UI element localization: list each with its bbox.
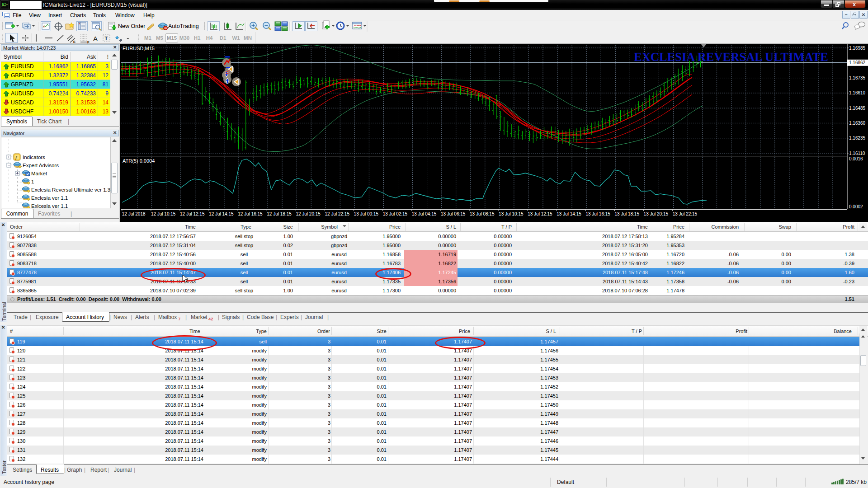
svg-text:Market: Market (31, 171, 47, 176)
svg-text:1.16610: 1.16610 (849, 90, 866, 95)
svg-text:1.16360: 1.16360 (849, 121, 866, 126)
svg-text:F: F (87, 40, 90, 44)
svg-text:0.0016: 0.0016 (849, 156, 863, 161)
svg-text:Expert Advisors: Expert Advisors (23, 163, 59, 168)
svg-text:13 Jul 20:15: 13 Jul 20:15 (644, 211, 669, 216)
svg-text:12 Jul 20:15: 12 Jul 20:15 (296, 211, 321, 216)
svg-text:Exclesia Reversal Ultimate ver: Exclesia Reversal Ultimate ver 1.3 (31, 187, 110, 192)
svg-text:12 Jul 18:15: 12 Jul 18:15 (267, 211, 292, 216)
svg-text:1.16485: 1.16485 (849, 106, 866, 111)
svg-text:12 Jul 16:15: 12 Jul 16:15 (238, 211, 263, 216)
svg-text:13 Jul 12:15: 13 Jul 12:15 (528, 211, 552, 216)
svg-text:1.16862: 1.16862 (849, 60, 866, 65)
svg-text:1.16110: 1.16110 (849, 151, 865, 156)
svg-text:Exclesia ver 1.1: Exclesia ver 1.1 (31, 195, 68, 201)
svg-text:AutoTrading: AutoTrading (168, 23, 199, 29)
svg-text:ATR(5) 0.0004: ATR(5) 0.0004 (123, 158, 155, 164)
svg-text:New Order: New Order (118, 23, 145, 29)
svg-text:EXCLESIA REVERSAL ULTIMATE: EXCLESIA REVERSAL ULTIMATE (634, 50, 828, 64)
svg-text:13 Jul 14:15: 13 Jul 14:15 (557, 211, 581, 216)
svg-text:13 Jul 16:15: 13 Jul 16:15 (585, 211, 610, 216)
svg-text:13 Jul 10:15: 13 Jul 10:15 (499, 211, 524, 216)
svg-text:13 Jul 06:15: 13 Jul 06:15 (441, 211, 466, 216)
svg-text:EURUSD,M15: EURUSD,M15 (123, 46, 155, 51)
svg-text:1: 1 (31, 179, 34, 184)
svg-text:1.16985: 1.16985 (849, 46, 866, 51)
svg-text:12 Jul 2018: 12 Jul 2018 (122, 211, 146, 216)
svg-text:T: T (105, 36, 108, 41)
svg-text:13 Jul 08:15: 13 Jul 08:15 (470, 211, 495, 216)
svg-text:1.16735: 1.16735 (849, 75, 866, 80)
svg-text:12 Jul 10:15: 12 Jul 10:15 (151, 211, 176, 216)
svg-text:1.16235: 1.16235 (849, 136, 866, 141)
svg-text:13 Jul 22:15: 13 Jul 22:15 (673, 211, 698, 216)
svg-text:13 Jul 00:15: 13 Jul 00:15 (354, 211, 379, 216)
svg-text:Indicators: Indicators (23, 155, 45, 160)
svg-text:12 Jul 22:15: 12 Jul 22:15 (325, 211, 350, 216)
svg-text:E: E (73, 40, 75, 44)
svg-text:13 Jul 04:15: 13 Jul 04:15 (412, 211, 437, 216)
svg-text:12 Jul 12:15: 12 Jul 12:15 (180, 211, 205, 216)
svg-text:13 Jul 18:15: 13 Jul 18:15 (615, 211, 640, 216)
svg-text:A: A (93, 35, 98, 42)
svg-text:12 Jul 14:15: 12 Jul 14:15 (209, 211, 234, 216)
svg-text:13 Jul 02:15: 13 Jul 02:15 (383, 211, 408, 216)
svg-text:0.0002: 0.0002 (849, 204, 863, 209)
